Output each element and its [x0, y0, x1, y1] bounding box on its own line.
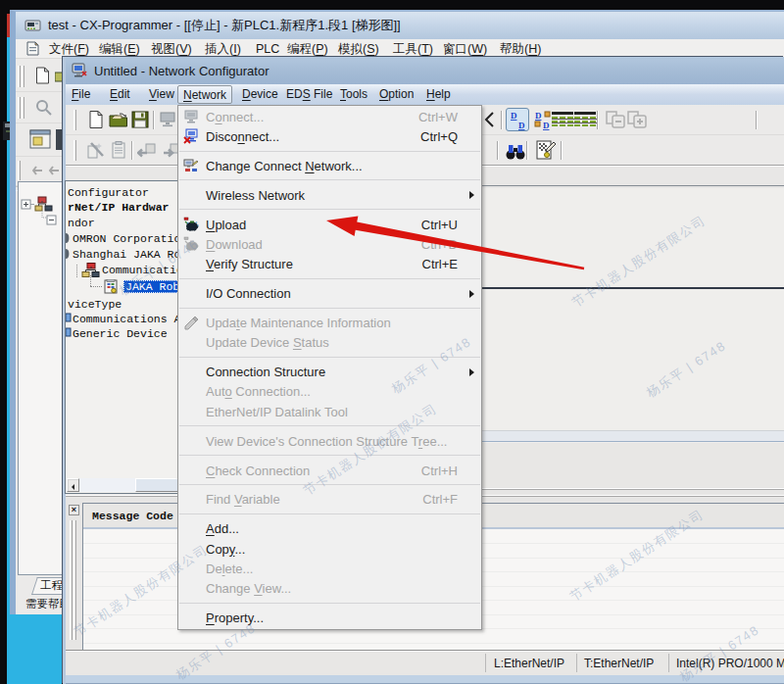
menu-item-update-device-status[interactable]: Update Device Status [178, 333, 481, 353]
eds-edit-icon[interactable] [534, 138, 558, 164]
menu-item-i-o-connection[interactable]: I/O Connection [178, 283, 481, 303]
cx-menu-4[interactable]: 插入(I) [205, 39, 241, 59]
network-menu-popup: Connect...Ctrl+WDisconnect...Ctrl+QChang… [177, 105, 482, 630]
cx-menu-2[interactable]: 编辑(E) [99, 39, 140, 59]
menu-item-connect[interactable]: Connect...Ctrl+W [178, 107, 481, 126]
statusbar-separator [668, 654, 669, 672]
cx-toolbar-row [16, 92, 68, 123]
chevron-left-icon[interactable] [484, 111, 494, 128]
toolbar-separator [153, 111, 155, 129]
svg-text:D: D [511, 111, 517, 121]
cx-new-file-icon[interactable] [35, 67, 50, 84]
cx-titlebar[interactable]: test - CX-Programmer - [[停止] - 新PLC1.新程序… [16, 12, 784, 39]
nc-menu-network[interactable]: Network [177, 85, 232, 104]
cx-menu-5[interactable]: PLC [256, 39, 279, 59]
network-add-icon[interactable] [625, 109, 647, 128]
nc-menu-file[interactable]: File [67, 85, 95, 104]
new-file-icon[interactable] [86, 110, 106, 129]
nc-window-title: Untitled - Network Configurator [94, 64, 269, 78]
submenu-arrow-icon [469, 368, 474, 376]
nc-menu-device[interactable]: Device [237, 85, 283, 104]
cx-menu-8[interactable]: 工具(T) [393, 39, 433, 59]
menu-item-change-view[interactable]: Change View... [178, 579, 481, 599]
toolbar-separator [597, 111, 599, 129]
menu-item-change-connect-network[interactable]: Change Connect Network... [178, 156, 481, 175]
cx-menu-7[interactable]: 模拟(S) [338, 39, 379, 59]
save-icon[interactable] [130, 110, 150, 129]
nc-menu-edit[interactable]: Edit [105, 85, 135, 104]
menu-separator [178, 175, 481, 185]
message-panel-grip [74, 520, 76, 640]
menu-item-ethernet-ip-datalink-tool[interactable]: EtherNet/IP Datalink Tool [178, 402, 481, 421]
open-file-icon[interactable] [109, 110, 128, 129]
nc-menu-tools[interactable]: Tools [335, 85, 372, 104]
view-table2-button[interactable] [573, 109, 595, 130]
cx-window-tool-icon[interactable] [29, 128, 53, 152]
nc-menu-option[interactable]: Option [374, 85, 418, 104]
cx-segment-icons[interactable] [32, 164, 62, 177]
menu-item-view-device-s-connection-structure-tree[interactable]: View Device's Connection Structure Tree.… [178, 431, 481, 451]
cx-menu-9[interactable]: 窗口(W) [443, 39, 487, 59]
nc-menu-eds-file[interactable]: EDS File [281, 85, 337, 104]
nc-menu-help[interactable]: Help [421, 85, 456, 104]
connect-toolbar-icon[interactable] [158, 110, 177, 129]
menu-item-connection-structure[interactable]: Connection Structure [178, 363, 481, 382]
nc-menu-view[interactable]: View [144, 85, 179, 104]
cx-menubar: 文件(F)编辑(E)视图(V)插入(I)PLC编程(P)模拟(S)工具(T)窗口… [16, 39, 784, 59]
menu-separator [178, 274, 481, 284]
menu-item-disconnect[interactable]: Disconnect...Ctrl+Q [178, 126, 481, 146]
scroll-left-button[interactable] [67, 478, 79, 492]
toolbar-separator [756, 111, 758, 129]
bullet-icon [66, 312, 72, 326]
menu-item-download[interactable]: DownloadCtrl+D [178, 234, 481, 254]
nc-titlebar[interactable]: Untitled - Network Configurator [66, 57, 784, 84]
find-binoculars-icon[interactable] [505, 139, 526, 163]
menu-item-upload[interactable]: UploadCtrl+U [178, 215, 481, 234]
menu-item-find-variable[interactable]: Find VariableCtrl+F [178, 490, 481, 510]
toolbar-grip[interactable] [18, 161, 21, 180]
cx-project-tree-icons [21, 196, 64, 231]
cx-menu-1[interactable]: 文件(F) [49, 39, 89, 59]
hardware-wizard-icon[interactable] [86, 140, 106, 160]
cx-menu-3[interactable]: 视图(V) [151, 39, 192, 59]
message-panel-grip[interactable] [70, 520, 73, 640]
menu-item-check-connection[interactable]: Check ConnectionCtrl+H [178, 461, 481, 480]
menu-item-update-maintenance-information[interactable]: Update Maintenance Information [178, 313, 481, 332]
menu-item-property[interactable]: Property... [178, 608, 481, 627]
clipboard-icon[interactable] [109, 140, 128, 160]
cx-project-tab[interactable]: 工程 [24, 575, 68, 597]
menu-separator [178, 480, 481, 490]
screen: test - CX-Programmer - [[停止] - 新PLC1.新程序… [0, 0, 784, 684]
cx-open-file-icon[interactable] [55, 69, 63, 82]
menu-item-wireless-network[interactable]: Wireless Network [178, 185, 481, 205]
menu-separator [178, 304, 481, 314]
message-code-column-header: Message Code [92, 510, 173, 522]
view-large-icons-button[interactable]: D D [506, 108, 529, 131]
view-table-button[interactable] [551, 109, 572, 130]
bullet-icon [66, 326, 72, 341]
toolbar-grip[interactable] [74, 140, 76, 161]
status-network-adapter: Intel(R) PRO/1000 M [676, 651, 784, 675]
toolbar-separator [501, 111, 503, 129]
menu-item-auto-connection[interactable]: Auto Connection... [178, 382, 481, 402]
import-icon[interactable] [137, 140, 157, 160]
menu-item-add[interactable]: Add... [178, 519, 481, 539]
cx-window-title: test - CX-Programmer - [[停止] - 新PLC1.新程序… [48, 17, 401, 34]
cx-zoom-icon[interactable] [35, 99, 53, 117]
toolbar-grip[interactable] [18, 97, 21, 119]
submenu-arrow-icon [469, 290, 474, 298]
menu-item-verify-structure[interactable]: Verify StructureCtrl+E [178, 255, 481, 274]
menu-item-copy[interactable]: Copy... [178, 539, 481, 559]
network-remove-icon[interactable] [604, 109, 625, 128]
toolbar-grip[interactable] [74, 110, 76, 130]
cx-menu-6[interactable]: 编程(P) [287, 39, 328, 59]
message-panel-close-button[interactable]: × [69, 505, 79, 515]
cx-toolbar-row [16, 61, 68, 92]
toolbar-grip[interactable] [18, 66, 21, 87]
toolbar-grip [22, 97, 24, 119]
menu-item-delete[interactable]: Delete... [178, 559, 481, 578]
cx-project-tree-panel[interactable] [18, 181, 68, 575]
download-icon [183, 236, 199, 252]
menu-separator [178, 451, 481, 461]
cx-menu-10[interactable]: 帮助(H) [500, 39, 541, 59]
